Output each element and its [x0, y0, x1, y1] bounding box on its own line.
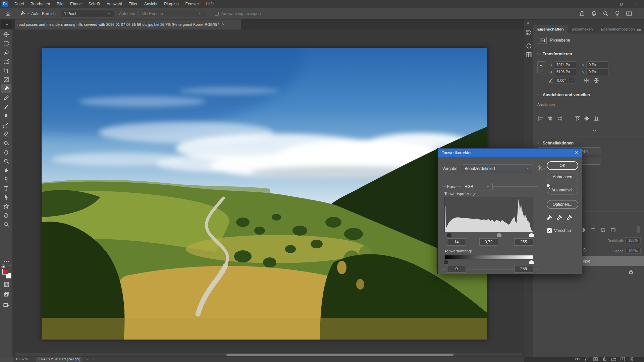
lock-icon[interactable]: [582, 248, 587, 252]
gray-point-eyedropper-icon[interactable]: [556, 215, 562, 221]
photo-canvas[interactable]: [42, 48, 487, 340]
flip-horizontal-icon[interactable]: [584, 78, 589, 83]
bell-icon[interactable]: [591, 11, 597, 16]
status-next-chevron[interactable]: ›: [87, 357, 88, 361]
menu-ebene[interactable]: Ebene: [67, 0, 85, 8]
output-sliders-track[interactable]: [444, 260, 533, 264]
foreground-color-swatch[interactable]: [2, 269, 8, 275]
channel-dropdown[interactable]: RGB: [462, 183, 493, 190]
document-tab[interactable]: road-passes-and-meanders-among-hills-cov…: [15, 19, 241, 29]
align-top-edges-icon[interactable]: [575, 116, 580, 121]
tool-preset-chevron-icon[interactable]: [26, 12, 30, 15]
status-prev-chevron[interactable]: ‹: [93, 357, 95, 361]
bulb-icon[interactable]: [614, 11, 620, 16]
input-sliders-track[interactable]: [444, 233, 533, 237]
menu-auswahl[interactable]: Auswahl: [103, 0, 125, 8]
move-tool[interactable]: [1, 30, 11, 39]
zoom-tool[interactable]: [1, 220, 11, 229]
flip-vertical-icon[interactable]: [594, 78, 599, 83]
dodge-tool[interactable]: [1, 157, 11, 165]
frame-tool[interactable]: [1, 75, 11, 84]
workspace-chevron-icon[interactable]: [638, 11, 641, 16]
highlight-input[interactable]: [514, 238, 533, 246]
horizontal-scrollbar[interactable]: [15, 353, 522, 356]
ok-button[interactable]: OK: [547, 161, 578, 170]
menu-filter[interactable]: Filter: [125, 0, 141, 8]
tab-overflow-button[interactable]: »: [1, 20, 12, 28]
white-point-eyedropper-icon[interactable]: [566, 215, 572, 221]
sample-size-dropdown[interactable]: 1 Pixel: [61, 10, 114, 17]
output-shadow-input[interactable]: [447, 265, 466, 273]
capture-icon[interactable]: [3, 302, 9, 308]
menu-hilfe[interactable]: Hilfe: [202, 0, 217, 8]
black-point-eyedropper-icon[interactable]: [546, 215, 552, 221]
shadow-input[interactable]: [447, 238, 466, 246]
type-tool[interactable]: [1, 184, 11, 192]
quick-actions-section-header[interactable]: Schnellaktionen: [537, 141, 574, 145]
collapse-panels-icon[interactable]: «: [527, 21, 532, 25]
adjustment-layer-icon[interactable]: [602, 357, 607, 362]
pen-tool[interactable]: [1, 175, 11, 183]
eraser-tool[interactable]: [1, 129, 11, 138]
histogram[interactable]: [444, 197, 533, 232]
angle-field[interactable]: 0,00°: [555, 77, 569, 84]
tab-eigenschaften[interactable]: Eigenschaften: [533, 25, 568, 34]
crop-tool[interactable]: [1, 66, 11, 75]
dialog-close-icon[interactable]: [574, 150, 579, 155]
smart-filter-icon[interactable]: [610, 227, 616, 233]
angle-dropdown[interactable]: [569, 77, 575, 84]
swap-colors-icon[interactable]: [8, 264, 12, 268]
output-shadow-slider[interactable]: [444, 260, 448, 264]
screen-mode-icon[interactable]: [4, 292, 9, 297]
align-horizontal-centers-icon[interactable]: [547, 116, 553, 121]
quick-mask-icon[interactable]: [4, 282, 9, 287]
gear-icon[interactable]: [537, 165, 542, 171]
output-gradient-bar[interactable]: [444, 255, 533, 259]
gamma-input[interactable]: [479, 238, 498, 246]
share-icon[interactable]: [579, 11, 585, 16]
delete-layer-icon[interactable]: [629, 357, 634, 362]
hand-tool[interactable]: [1, 211, 11, 220]
cancel-button[interactable]: Abbrechen: [547, 173, 578, 181]
preview-checkbox[interactable]: ✓: [547, 228, 552, 233]
type-filter-icon[interactable]: [590, 227, 596, 233]
minimize-button[interactable]: [599, 0, 614, 8]
align-right-edges-icon[interactable]: [557, 116, 562, 121]
menu-bearbeiten[interactable]: Bearbeiten: [27, 0, 53, 8]
tab-bibliotheken[interactable]: Bibliotheken: [568, 25, 597, 34]
history-brush-tool[interactable]: [1, 120, 11, 129]
align-more-icon[interactable]: [591, 128, 596, 133]
align-bottom-edges-icon[interactable]: [593, 116, 599, 121]
align-left-edges-icon[interactable]: [538, 116, 544, 121]
history-panel-icon[interactable]: [526, 29, 532, 36]
x-field[interactable]: 0 Px: [586, 61, 608, 68]
menu-bild[interactable]: Bild: [53, 0, 67, 8]
midtone-slider[interactable]: [497, 233, 501, 237]
eyedropper-tool[interactable]: [1, 84, 11, 93]
options-button[interactable]: Optionen...: [547, 200, 578, 209]
brush-tool[interactable]: [1, 102, 11, 111]
edit-toolbar-icon[interactable]: [4, 259, 9, 264]
zoom-level[interactable]: 16.67%: [15, 357, 28, 361]
menu-ansicht[interactable]: Ansicht: [141, 0, 161, 8]
rectangular-marquee-tool[interactable]: [1, 39, 11, 48]
blur-tool[interactable]: [1, 147, 11, 156]
workspace-icon[interactable]: [626, 11, 632, 16]
panel-menu-icon[interactable]: [636, 27, 641, 32]
layer-mask-icon[interactable]: [593, 357, 598, 362]
new-layer-icon[interactable]: [620, 357, 625, 362]
clone-stamp-tool[interactable]: [1, 111, 11, 120]
spot-healing-tool[interactable]: [1, 93, 11, 102]
opacity-field[interactable]: 100%: [625, 237, 641, 243]
fill-field[interactable]: 100%: [625, 248, 641, 254]
menu-fenster[interactable]: Fenster: [182, 0, 203, 8]
smudge-tool[interactable]: [1, 166, 11, 174]
lasso-tool[interactable]: [1, 48, 11, 57]
active-tool-icon[interactable]: [19, 11, 25, 16]
swatches-panel-icon[interactable]: [526, 52, 532, 58]
search-icon[interactable]: [603, 11, 608, 16]
preset-dropdown[interactable]: Benutzerdefiniert: [462, 165, 533, 172]
menu-schrift[interactable]: Schrift: [85, 0, 103, 8]
dialog-title[interactable]: Tonwertkorrektur: [438, 148, 582, 157]
color-panel-icon[interactable]: [526, 43, 532, 49]
